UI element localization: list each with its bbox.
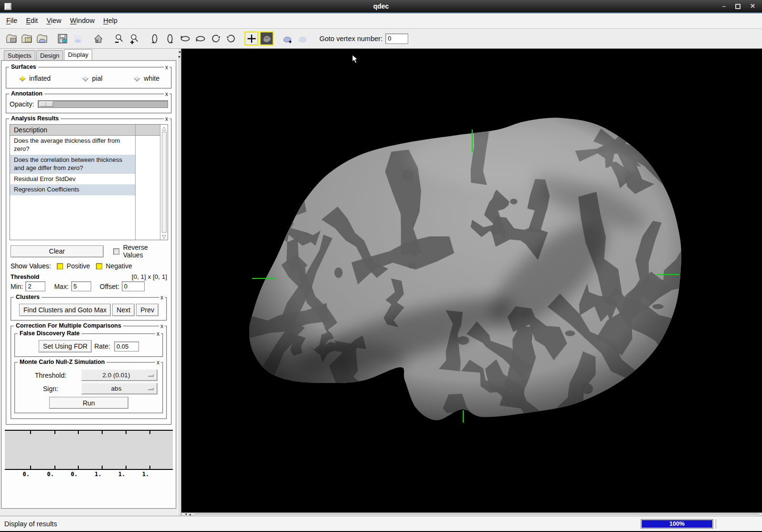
progress-tail-cell	[716, 519, 736, 529]
opacity-slider-handle[interactable]	[39, 101, 53, 107]
rotate-cw-icon[interactable]	[224, 32, 238, 45]
zoom-in-icon[interactable]	[127, 32, 141, 45]
opacity-slider[interactable]	[38, 100, 168, 108]
menu-window[interactable]: Window	[70, 17, 95, 24]
scrollbar-thumb[interactable]	[162, 132, 167, 233]
zoom-out-icon[interactable]	[112, 32, 126, 45]
threshold-label: Threshold	[11, 274, 39, 280]
correction-close-icon[interactable]: x	[159, 323, 165, 330]
load-data-table-icon[interactable]	[4, 32, 18, 45]
radio-label: pial	[92, 74, 103, 82]
inflated-brain-surface[interactable]	[181, 49, 762, 512]
maximize-button[interactable]	[735, 4, 741, 9]
rotate-left-icon[interactable]	[148, 32, 161, 45]
radio-surface-pial[interactable]: pial	[83, 74, 103, 82]
analysis-results-close-icon[interactable]: x	[164, 116, 169, 122]
surface-paint-tool-icon[interactable]	[260, 32, 274, 45]
mc-threshold-label: Threshold:	[20, 372, 81, 379]
clear-button[interactable]: Clear	[11, 245, 104, 257]
rotate-ccw-icon[interactable]	[209, 32, 222, 45]
tab-subjects[interactable]: Subjects	[4, 50, 35, 60]
menu-edit[interactable]: Edit	[26, 17, 38, 24]
surfaces-close-icon[interactable]: x	[164, 64, 169, 71]
axis-tick	[30, 431, 31, 434]
analysis-result-row[interactable]: Residual Error StdDev	[10, 174, 135, 185]
annotation-close-icon[interactable]: x	[164, 91, 169, 97]
value-histogram: 0.0.0.1.1.1.	[5, 430, 173, 478]
axis-tick-label: 0.	[65, 471, 83, 478]
threshold-offset-input[interactable]	[122, 281, 145, 291]
scroll-up-icon[interactable]: △	[162, 125, 166, 131]
radio-diamond-icon	[134, 75, 140, 82]
axis-tick	[30, 466, 31, 469]
fdr-rate-input[interactable]	[114, 341, 139, 351]
histogram-plot-area	[5, 430, 173, 470]
threshold-min-input[interactable]	[25, 281, 45, 291]
sash-groove	[194, 514, 759, 515]
minimize-button[interactable]: –	[722, 3, 726, 9]
monte-carlo-close-icon[interactable]: x	[155, 359, 161, 366]
load-label-icon[interactable]	[35, 32, 49, 45]
menu-help[interactable]: Help	[103, 17, 117, 24]
rate-label: Rate:	[94, 342, 110, 350]
analysis-result-row[interactable]: Does the correlation between thickness a…	[10, 155, 135, 174]
mc-sign-dropdown[interactable]: abs	[81, 383, 158, 394]
run-simulation-button[interactable]: Run	[49, 397, 128, 409]
positive-checkbox[interactable]	[57, 263, 63, 269]
prev-cluster-button[interactable]: Prev	[136, 304, 159, 316]
tab-design[interactable]: Design	[36, 50, 63, 60]
save-label-icon	[71, 32, 85, 45]
description-column-header[interactable]: Description	[10, 125, 135, 136]
find-clusters-button[interactable]: Find Clusters and Goto Max	[19, 304, 111, 316]
correction-frame: Correction For Multiple Comparisons x Fa…	[11, 326, 167, 419]
radio-label: white	[144, 74, 159, 82]
rotate-up-icon[interactable]	[178, 32, 192, 45]
panel-resize-sash[interactable]: ◂ ▸	[178, 49, 181, 516]
positive-label: Positive	[67, 262, 90, 270]
menu-view[interactable]: View	[46, 17, 61, 24]
analysis-result-row[interactable]: Does the average thickness differ from z…	[10, 136, 135, 155]
negative-checkbox[interactable]	[96, 263, 102, 269]
sash-expand-right-icon[interactable]: ▸	[179, 54, 180, 59]
load-project-file-icon[interactable]	[20, 32, 33, 45]
clusters-close-icon[interactable]: x	[159, 294, 165, 301]
radio-diamond-icon	[19, 75, 26, 82]
mc-threshold-dropdown[interactable]: 2.0 (0.01)	[81, 369, 158, 381]
draw-label-tool-icon[interactable]	[280, 32, 294, 45]
analysis-result-row[interactable]: Regression Coefficients	[10, 184, 135, 195]
surfaces-frame: Surfaces x inflated pial wh	[6, 67, 172, 89]
radio-label: inflated	[29, 74, 51, 82]
goto-vertex-input[interactable]	[385, 33, 408, 44]
title-bar[interactable]: qdec – ✕	[0, 0, 762, 12]
axis-tick	[54, 431, 55, 434]
fdr-close-icon[interactable]: x	[155, 330, 161, 337]
sash-collapse-left-icon[interactable]: ◂	[179, 50, 180, 54]
offset-label: Offset:	[100, 283, 119, 290]
scroll-down-icon[interactable]: ▽	[162, 233, 166, 240]
next-cluster-button[interactable]: Next	[112, 304, 135, 316]
3d-surface-view[interactable]	[181, 49, 762, 512]
sash-collapse-down-icon[interactable]: ▾	[185, 513, 187, 516]
save-tiff-icon[interactable]	[55, 32, 69, 45]
close-button[interactable]: ✕	[750, 3, 755, 9]
set-using-fdr-button[interactable]: Set Using FDR	[39, 340, 92, 352]
clusters-frame-title: Clusters	[14, 294, 42, 300]
menu-file[interactable]: File	[6, 17, 17, 24]
threshold-max-input[interactable]	[71, 281, 91, 291]
status-bar: Display of results 100%	[0, 516, 762, 531]
min-label: Min:	[11, 283, 23, 290]
reverse-values-checkbox[interactable]	[113, 248, 119, 255]
sash-expand-up-icon[interactable]: ▴	[190, 513, 191, 516]
tab-display[interactable]: Display	[64, 49, 92, 60]
restore-view-home-icon[interactable]	[91, 32, 105, 45]
view-resize-sash[interactable]: ▾ ▴	[181, 512, 762, 516]
opacity-label: Opacity:	[10, 100, 34, 108]
crosshair-select-tool-icon[interactable]	[244, 32, 258, 45]
toolbar: Goto vertex number:	[0, 29, 762, 49]
results-scrollbar[interactable]: △ ▽	[160, 125, 168, 240]
rotate-down-icon[interactable]	[193, 32, 207, 45]
radio-surface-inflated[interactable]: inflated	[20, 74, 51, 82]
mc-sign-value: abs	[85, 385, 148, 392]
radio-surface-white[interactable]: white	[135, 74, 159, 82]
rotate-right-icon[interactable]	[163, 32, 177, 45]
